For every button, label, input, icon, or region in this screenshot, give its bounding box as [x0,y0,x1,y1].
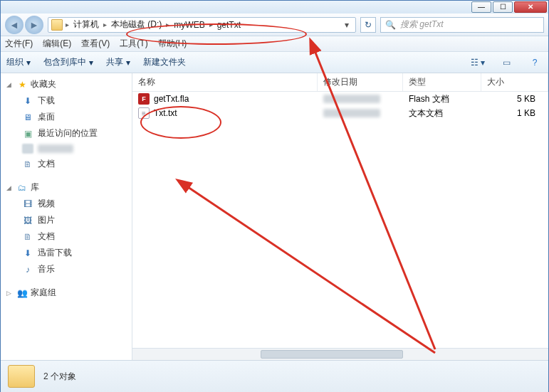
collapse-icon: ◢ [6,81,14,88]
file-row[interactable]: FgetTxt.fla Flash 文档 5 KB [132,92,548,106]
sidebar-documents2[interactable]: 🗎文档 [1,228,132,245]
close-button[interactable]: ✕ [514,1,547,13]
toolbar-label: 包含到库中 [43,56,86,68]
music-icon: ♪ [22,265,33,275]
download-icon: ⬇ [22,248,33,258]
share-button[interactable]: 共享 ▾ [106,56,130,68]
blurred-date [323,109,380,117]
breadcrumb-segment[interactable]: myWEB [172,20,206,30]
blurred-date [323,95,380,103]
menu-edit[interactable]: 编辑(E) [43,38,71,50]
sidebar: ◢ ★ 收藏夹 ⬇下载 🖥桌面 ▣最近访问的位置 🗎文档 ◢ 🗂 库 🎞视频 🖼… [1,73,132,360]
sidebar-label: 家庭组 [31,287,56,299]
menu-file[interactable]: 文件(F) [5,38,33,50]
include-in-library-button[interactable]: 包含到库中 ▾ [43,56,93,68]
blurred-icon [22,144,33,154]
forward-button[interactable]: ► [25,16,43,34]
breadcrumb-segment[interactable]: 计算机 [72,18,100,31]
sidebar-label: 收藏夹 [31,78,56,90]
search-input[interactable]: 🔍 搜索 getTxt [380,17,544,33]
sidebar-item-blurred[interactable] [1,142,132,156]
chevron-icon: ▸ [209,21,213,28]
sidebar-downloads[interactable]: ⬇下载 [1,92,132,109]
document-icon: 🗎 [22,232,33,242]
maximize-button[interactable]: ☐ [493,1,513,13]
sidebar-homegroup[interactable]: ▷ 👥 家庭组 [1,285,132,301]
column-size[interactable]: 大小 [481,73,548,91]
sidebar-label: 库 [31,181,39,194]
file-type: Flash 文档 [409,93,449,105]
refresh-button[interactable]: ↻ [360,17,376,33]
video-icon: 🎞 [22,199,33,209]
window-controls: — ☐ ✕ [471,1,547,13]
recent-icon: ▣ [22,129,33,139]
sidebar-label: 图片 [38,214,55,226]
nav-arrows: ◄ ► [5,16,43,34]
sidebar-recent[interactable]: ▣最近访问的位置 [1,125,132,142]
folder-icon [8,365,35,388]
sidebar-music[interactable]: ♪音乐 [1,261,132,277]
breadcrumb[interactable]: ▸ 计算机 ▸ 本地磁盘 (D:) ▸ myWEB ▸ getTxt ▾ [48,17,356,33]
chevron-icon: ▸ [66,21,69,28]
document-icon: 🗎 [22,159,33,169]
sidebar-label: 文档 [38,231,55,243]
sidebar-label: 桌面 [38,111,55,123]
breadcrumb-segment[interactable]: 本地磁盘 (D:) [110,18,163,31]
help-button[interactable]: ? [527,56,543,69]
explorer-window: — ☐ ✕ ◄ ► ▸ 计算机 ▸ 本地磁盘 (D:) ▸ myWEB ▸ ge… [0,0,549,392]
collapse-icon: ◢ [6,184,14,191]
breadcrumb-dropdown-icon[interactable]: ▾ [341,20,352,30]
file-type: 文本文档 [409,107,443,120]
sidebar-pictures[interactable]: 🖼图片 [1,212,132,228]
horizontal-scrollbar[interactable] [132,348,548,360]
sidebar-videos[interactable]: 🎞视频 [1,196,132,212]
status-text: 2 个对象 [43,371,76,383]
library-icon: 🗂 [16,183,28,193]
search-placeholder: 搜索 getTxt [400,18,444,31]
sidebar-label: 文档 [38,158,55,170]
file-size: 5 KB [517,94,535,104]
sidebar-libraries[interactable]: ◢ 🗂 库 [1,179,132,196]
chevron-down-icon: ▾ [126,58,130,68]
sidebar-favorites[interactable]: ◢ ★ 收藏夹 [1,76,132,92]
column-type[interactable]: 类型 [403,73,481,91]
file-row[interactable]: Txt.txt 文本文档 1 KB [132,106,548,120]
folder-icon [51,19,63,31]
sidebar-label: 迅雷下载 [38,247,72,259]
column-date[interactable]: 修改日期 [318,73,403,91]
toolbar-label: 组织 [6,56,23,68]
breadcrumb-segment[interactable]: getTxt [216,20,242,30]
sidebar-desktop[interactable]: 🖥桌面 [1,109,132,125]
column-name[interactable]: 名称 [132,73,318,91]
desktop-icon: 🖥 [22,112,33,122]
menu-tools[interactable]: 工具(T) [120,38,147,50]
menu-view[interactable]: 查看(V) [81,38,110,50]
sidebar-xunlei[interactable]: ⬇迅雷下载 [1,245,132,261]
chevron-down-icon: ▾ [26,58,31,68]
preview-pane-button[interactable]: ▭ [498,56,514,69]
sidebar-label: 最近访问的位置 [38,127,98,139]
blurred-text [38,144,73,153]
chevron-icon: ▸ [166,21,169,28]
titlebar: — ☐ ✕ [1,1,548,14]
scrollbar-thumb[interactable] [261,350,403,359]
minimize-button[interactable]: — [471,1,491,13]
flash-file-icon: F [138,93,150,105]
status-bar: 2 个对象 [1,360,548,392]
picture-icon: 🖼 [22,216,33,226]
download-icon: ⬇ [22,96,33,106]
star-icon: ★ [16,80,28,90]
menu-help[interactable]: 帮助(H) [158,38,187,50]
sidebar-label: 音乐 [38,263,55,275]
text-file-icon [138,107,150,119]
nav-row: ◄ ► ▸ 计算机 ▸ 本地磁盘 (D:) ▸ myWEB ▸ getTxt ▾… [1,14,548,36]
search-icon: 🔍 [385,20,396,30]
chevron-icon: ▸ [103,21,107,28]
back-button[interactable]: ◄ [5,16,23,34]
sidebar-documents[interactable]: 🗎文档 [1,156,132,172]
organize-button[interactable]: 组织 ▾ [6,56,31,68]
homegroup-icon: 👥 [16,288,28,298]
file-name: getTxt.fla [154,94,189,104]
new-folder-button[interactable]: 新建文件夹 [143,56,186,68]
view-options-button[interactable]: ☷ ▾ [470,56,486,69]
